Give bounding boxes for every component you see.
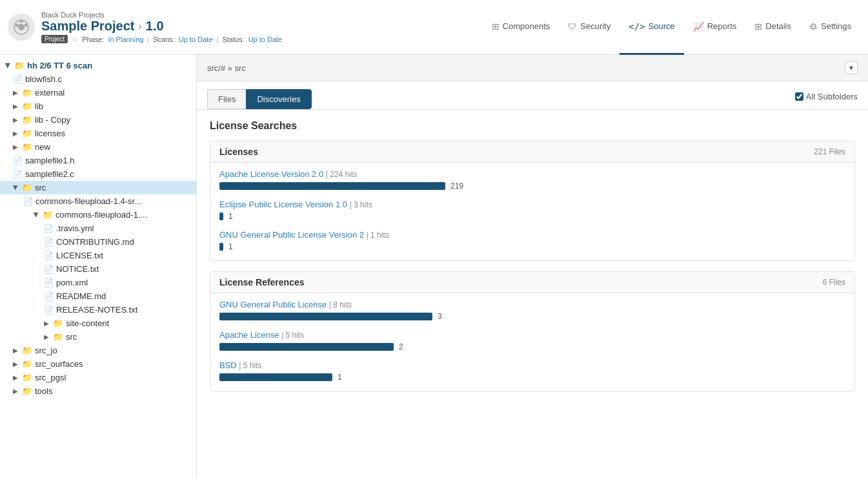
tree-item-commons-jar[interactable]: 📄 commons-fileupload-1.4-sr... (0, 194, 196, 208)
file-icon: 📄 (44, 238, 54, 247)
tree-item-site-content[interactable]: ▶ 📁 site-content (0, 317, 196, 330)
nav-components[interactable]: ⊞ Components (483, 0, 560, 55)
file-icon: 📄 (13, 75, 23, 84)
tree-label: src_ourfaces (35, 359, 83, 369)
chevron-icon[interactable]: ▶ (13, 116, 18, 123)
main-content: src/# » src ▾ Files Discoveries All Subf… (197, 55, 868, 478)
nav-settings[interactable]: ⚙ Settings (800, 0, 860, 55)
tree-item-src[interactable]: ▶ 📁 src (0, 181, 196, 194)
license-link-apache2[interactable]: Apache License Version 2.0 (219, 169, 323, 179)
license-hits-eclipse1: | 3 hits (350, 200, 372, 209)
svg-point-3 (25, 24, 28, 27)
license-name-gnugpl2: GNU General Public License Version 2 | 1… (219, 230, 845, 240)
tree-item-pom[interactable]: 📄 pom.xml (0, 276, 196, 289)
bar-row-apache: 2 (219, 342, 845, 351)
chevron-icon[interactable]: ▶ (44, 320, 49, 327)
all-subfolders-checkbox-label[interactable]: All Subfolders (795, 92, 858, 101)
tab-discoveries[interactable]: Discoveries (246, 89, 311, 109)
project-badge: Project (41, 35, 68, 43)
chevron-icon[interactable]: ▶ (12, 185, 19, 191)
tree-item-contributing[interactable]: 📄 CONTRIBUTING.md (0, 235, 196, 249)
phase-value: In Planning (108, 36, 143, 43)
tabs-right: All Subfolders (795, 92, 858, 107)
chevron-icon[interactable]: ▶ (13, 130, 18, 137)
title-arrow: › (139, 21, 142, 32)
tree-item-src-jo[interactable]: ▶ 📁 src_jo (0, 344, 196, 357)
tree-item-new[interactable]: ▶ 📁 new (0, 140, 196, 154)
license-refs-title: License References (219, 277, 305, 287)
tree-item-lib[interactable]: ▶ 📁 lib (0, 99, 196, 113)
chevron-icon[interactable]: ▶ (13, 143, 18, 151)
tree-item-samplefile2[interactable]: 📄 samplefile2.c (0, 167, 196, 181)
chevron-icon[interactable]: ▶ (33, 213, 40, 218)
tree-label: samplefile1.h (25, 156, 75, 165)
chevron-icon[interactable]: ▶ (13, 360, 18, 368)
tree-item-notice[interactable]: 📄 NOTICE.txt (0, 262, 196, 276)
bar-fill-eclipse1 (219, 213, 223, 220)
nav-reports[interactable]: 📈 Reports (684, 0, 746, 55)
bar-count-apache: 2 (399, 342, 403, 351)
tree-item-licenses[interactable]: ▶ 📁 licenses (0, 127, 196, 140)
license-link-bsd[interactable]: BSD (219, 360, 237, 370)
tree-item-release-notes[interactable]: 📄 RELEASE-NOTES.txt (0, 303, 196, 317)
license-refs-header: License References 6 Files (210, 272, 854, 293)
chevron-icon[interactable]: ▶ (13, 388, 18, 395)
file-icon: 📄 (44, 278, 54, 287)
tree-item-root[interactable]: ▶ 📁 hh 2/6 TT 6 scan (0, 59, 196, 72)
license-link-gnugpl2[interactable]: GNU General Public License Version 2 (219, 230, 364, 240)
licenses-subsection-body: Apache License Version 2.0 | 224 hits 21… (210, 163, 854, 260)
chevron-icon[interactable]: ▶ (13, 374, 18, 381)
bar-row-bsd: 1 (219, 373, 845, 382)
tree-label: src (66, 332, 77, 342)
svg-point-2 (15, 24, 19, 27)
tree-label: blowfish.c (25, 74, 62, 84)
chevron-icon[interactable]: ▶ (13, 89, 18, 96)
file-icon: 📄 (44, 224, 54, 233)
all-subfolders-checkbox[interactable] (795, 92, 803, 101)
tree-label: CONTRIBUTING.md (56, 237, 134, 247)
logo-area: Black Duck Projects Sample Project › 1.0… (8, 11, 282, 43)
tree-label: lib - Copy (35, 115, 70, 125)
chevron-icon[interactable]: ▶ (13, 347, 18, 354)
nav-details[interactable]: ⊞ Details (745, 0, 800, 55)
tree-item-src-ourfaces[interactable]: ▶ 📁 src_ourfaces (0, 357, 196, 371)
tree-item-lib-copy[interactable]: ▶ 📁 lib - Copy (0, 113, 196, 127)
tree-item-src-sub[interactable]: ▶ 📁 src (0, 330, 196, 344)
license-link-apache[interactable]: Apache License (219, 330, 279, 340)
tree-item-tools[interactable]: ▶ 📁 tools (0, 384, 196, 398)
tree-item-samplefile1[interactable]: 📄 samplefile1.h (0, 154, 196, 167)
chevron-icon[interactable]: ▶ (44, 333, 49, 340)
license-link-eclipse1[interactable]: Eclipse Public License Version 1.0 (219, 200, 347, 209)
bar-row-apache2: 219 (219, 182, 845, 191)
company-name: Black Duck Projects (41, 11, 282, 19)
tab-files[interactable]: Files (207, 89, 246, 109)
tree-item-blowfish[interactable]: 📄 blowfish.c (0, 72, 196, 86)
logo-icon (8, 14, 35, 41)
tree-item-readme[interactable]: 📄 README.md (0, 289, 196, 303)
tree-item-commons-dir[interactable]: ▶ 📁 commons-fileupload-1.... (0, 208, 196, 222)
nav-source-label: Source (649, 21, 675, 31)
main-layout: ▶ 📁 hh 2/6 TT 6 scan 📄 blowfish.c ▶ 📁 ex… (0, 55, 868, 478)
bar-track-gnugpl2 (219, 243, 223, 251)
tabs-left: Files Discoveries (207, 89, 312, 109)
licenses-subsection-header: Licenses 221 Files (210, 141, 854, 163)
chevron-icon[interactable]: ▶ (5, 63, 12, 68)
tree-item-travis[interactable]: 📄 .travis.yml (0, 222, 196, 235)
bar-count-gnugpl: 3 (438, 312, 442, 321)
scans-value: Up to Date (179, 36, 213, 43)
nav-source[interactable]: </> Source (620, 0, 684, 55)
nav-security[interactable]: 🛡 Security (559, 0, 620, 55)
license-refs-count: 6 Files (823, 278, 845, 287)
license-hits-gnugpl: | 8 hits (329, 300, 352, 309)
tree-label: NOTICE.txt (56, 264, 99, 274)
star-icon[interactable]: ☆ (72, 35, 78, 43)
breadcrumb-dropdown[interactable]: ▾ (845, 61, 858, 74)
tree-item-src-pgsl[interactable]: ▶ 📁 src_pgsl (0, 371, 196, 384)
nav-security-label: Security (580, 21, 611, 31)
tree-item-external[interactable]: ▶ 📁 external (0, 86, 196, 99)
chevron-icon[interactable]: ▶ (13, 103, 18, 110)
folder-icon: 📁 (22, 183, 32, 192)
license-link-gnugpl[interactable]: GNU General Public License (219, 300, 327, 309)
tree-item-license[interactable]: 📄 LICENSE.txt (0, 249, 196, 262)
project-info: Black Duck Projects Sample Project › 1.0… (41, 11, 282, 43)
